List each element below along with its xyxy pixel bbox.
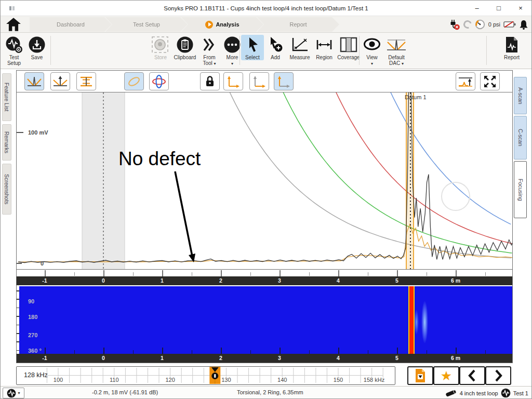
orbit-view-button[interactable] (149, 72, 169, 90)
more-button[interactable]: More▾ (221, 35, 244, 66)
app-window: Sonyks PRO 1.1B1T11 - Cups 4inch test lo… (0, 0, 532, 399)
dac-curve-layer (230, 92, 512, 258)
breadcrumb-test-setup[interactable]: Test Setup (105, 17, 188, 32)
axes-x-button[interactable] (249, 72, 269, 90)
clipboard-icon (176, 36, 194, 54)
cscan-x-tick (368, 350, 368, 354)
store-button[interactable]: Store (149, 35, 172, 60)
axes-both-button[interactable] (223, 72, 243, 90)
ascan-plot[interactable]: 100 mV 0 Datum 1 No defect (17, 92, 512, 269)
region-tool-button[interactable]: Region (313, 35, 336, 60)
breadcrumb-analysis[interactable]: Analysis (181, 17, 263, 32)
axis-tick (485, 272, 486, 276)
x-axis-label: 1 (161, 277, 164, 284)
annotation-arrow (175, 171, 192, 256)
dropdown-caret-icon: ▾ (231, 61, 233, 66)
favorite-button[interactable]: ★ (433, 366, 459, 385)
lock-icon (203, 74, 217, 89)
view-eye-icon (363, 36, 381, 54)
ellipse-icon (126, 75, 142, 88)
star-icon: ★ (441, 369, 452, 382)
pipe-icon (445, 389, 457, 397)
clipboard-button[interactable]: Clipboard (172, 35, 198, 60)
default-dac-button[interactable]: Default DAC ▾ (383, 35, 409, 66)
axis-tick (192, 272, 192, 276)
fullscreen-button[interactable] (480, 72, 500, 90)
freq-tick-label: 110 (110, 377, 119, 383)
nav-bar: Dashboard Test Setup Analysis Report 0 p… (1, 16, 531, 33)
more-icon (223, 36, 241, 54)
expand-icon (483, 74, 497, 89)
toolbar-separator (486, 36, 487, 65)
sidebar-tab-remarks[interactable]: Remarks (2, 124, 11, 161)
home-icon[interactable] (4, 17, 23, 32)
cscan-y-tick (17, 308, 19, 309)
plot-toolbar (17, 71, 512, 92)
previous-button[interactable] (459, 366, 485, 385)
notifications-bell-icon[interactable] (519, 19, 528, 30)
coverage-button[interactable]: Coverage (336, 35, 362, 60)
trace-selector-dropdown[interactable]: ▾ (3, 388, 24, 398)
cscan-heatmap[interactable]: 90180270360 ° (17, 286, 512, 354)
toolbar-group-file: Test Setup Save (3, 35, 48, 66)
test-setup-button[interactable]: Test Setup (3, 35, 25, 66)
probe-disconnected-icon[interactable] (449, 19, 460, 30)
add-feature-button[interactable]: Add (264, 35, 287, 60)
breadcrumb-report[interactable]: Report (257, 17, 339, 32)
breadcrumb-dashboard[interactable]: Dashboard (30, 17, 112, 32)
minimize-button[interactable]: – (466, 1, 488, 16)
axes-y-button[interactable] (274, 72, 294, 90)
select-tool-button[interactable]: Select (241, 35, 264, 60)
report-button[interactable]: Report (500, 35, 523, 60)
axes-orange-icon (226, 75, 241, 88)
annotation-text: No defect (118, 148, 201, 169)
dac-green (283, 92, 512, 253)
breadcrumb-label: Test Setup (133, 21, 160, 28)
lock-button[interactable] (200, 72, 220, 90)
frequency-panel[interactable]: 128 kHz 100110120130140150158 kHz (16, 366, 395, 385)
cscan-x-tick (456, 348, 457, 354)
pressure-gauge-icon[interactable] (475, 19, 485, 30)
tab-c-scan[interactable]: C-scan (514, 116, 527, 159)
more-label: More (227, 55, 238, 60)
store-label: Store (154, 55, 167, 60)
freq-tick-label: 100 (54, 377, 63, 383)
coverage-label: Coverage (337, 55, 360, 60)
maximize-button[interactable]: □ (488, 1, 510, 16)
ellipse-view-button[interactable] (124, 72, 144, 90)
tab-a-scan[interactable]: A-scan (514, 77, 527, 114)
tab-focusing[interactable]: Focusing (514, 161, 527, 218)
toolbar-separator (359, 36, 360, 65)
battery-disabled-icon[interactable] (503, 21, 516, 28)
peak-tracking-button[interactable] (456, 72, 475, 90)
from-tool-button[interactable]: From Tool ▾ (198, 35, 221, 66)
cscan-x-tick (250, 350, 251, 354)
next-button[interactable] (485, 366, 511, 385)
dac-scale-button[interactable] (50, 72, 70, 90)
frequency-row: 128 kHz 100110120130140150158 kHz ★ (1, 365, 531, 386)
axis-tick (74, 272, 75, 276)
test-setup-label: Test Setup (7, 55, 21, 66)
sidebar-tab-screenshots[interactable]: Screenshots (2, 164, 11, 215)
add-cursor-icon (268, 36, 283, 54)
screenshots-label: Screenshots (4, 174, 10, 204)
view-menu-button[interactable]: View▾ (361, 35, 383, 66)
breadcrumb-label: Report (289, 21, 307, 28)
close-button[interactable]: × (510, 1, 531, 16)
frequency-ruler[interactable]: 100110120130140150158 kHz (17, 367, 394, 384)
axis-tick (45, 270, 46, 276)
default-dac-icon (386, 36, 407, 54)
threshold-lines-button[interactable] (76, 72, 96, 90)
save-button[interactable]: Save (25, 35, 48, 60)
axis-tick (103, 270, 104, 276)
cscan-x-tick (338, 348, 339, 354)
measure-label: Measure (290, 55, 310, 60)
axis-tick (338, 270, 339, 276)
show-dac-curves-button[interactable] (24, 72, 44, 90)
play-icon (205, 21, 213, 29)
coverage-icon (339, 36, 358, 54)
cscan-y-tick (17, 299, 19, 300)
measure-tool-button[interactable]: Measure (287, 35, 313, 60)
sidebar-tab-feature-list[interactable]: Feature List (2, 73, 11, 121)
export-scan-button[interactable] (407, 366, 433, 385)
